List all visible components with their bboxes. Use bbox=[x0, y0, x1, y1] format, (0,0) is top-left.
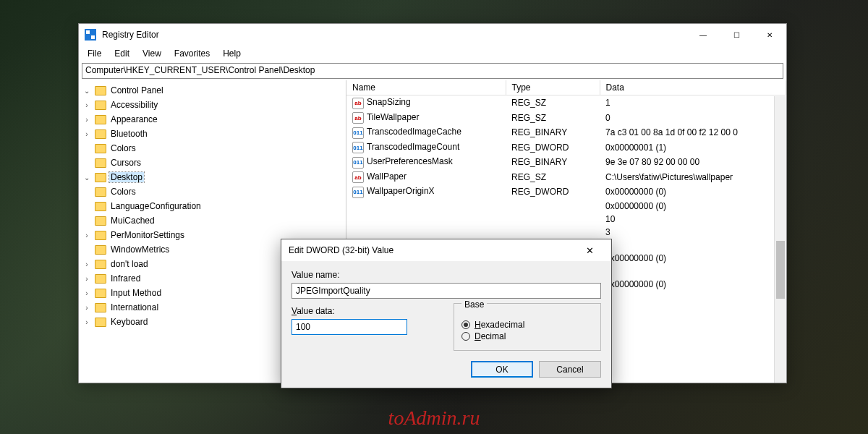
folder-icon bbox=[95, 129, 106, 139]
tree-node[interactable]: Colors bbox=[109, 187, 137, 197]
expand-icon[interactable]: ⌄ bbox=[82, 87, 92, 95]
binary-icon: 011 bbox=[352, 127, 364, 139]
dialog-close-button[interactable]: ✕ bbox=[575, 239, 604, 261]
minimize-button[interactable]: — bbox=[686, 24, 720, 46]
tree-node[interactable]: don't load bbox=[109, 259, 150, 269]
binary-icon: 011 bbox=[352, 157, 364, 169]
tree-node[interactable]: International bbox=[109, 302, 160, 312]
binary-icon: 011 bbox=[352, 187, 364, 198]
tree-node[interactable]: Desktop bbox=[109, 172, 144, 182]
table-row[interactable]: abTileWallpaperREG_SZ0 bbox=[346, 111, 786, 126]
menu-favorites[interactable]: Favorites bbox=[169, 47, 216, 60]
string-icon: ab bbox=[352, 112, 364, 124]
tree-node[interactable]: Accessibility bbox=[109, 100, 159, 110]
folder-icon bbox=[95, 303, 106, 312]
expand-icon[interactable]: › bbox=[82, 260, 92, 268]
value-name-label: Value name: bbox=[292, 270, 601, 280]
col-type[interactable]: Type bbox=[506, 80, 600, 95]
tree-node[interactable]: Input Method bbox=[109, 288, 163, 298]
folder-icon bbox=[95, 86, 106, 95]
table-row[interactable]: 3 bbox=[346, 226, 786, 239]
tree-node[interactable]: LanguageConfiguration bbox=[109, 201, 203, 211]
close-button[interactable]: ✕ bbox=[753, 24, 786, 46]
tree-node[interactable]: Control Panel bbox=[109, 85, 165, 95]
dialog-titlebar[interactable]: Edit DWORD (32-bit) Value ✕ bbox=[281, 239, 611, 261]
col-name[interactable]: Name bbox=[346, 80, 506, 95]
folder-icon bbox=[95, 187, 106, 197]
menu-help[interactable]: Help bbox=[217, 47, 247, 60]
titlebar[interactable]: Registry Editor — ☐ ✕ bbox=[79, 24, 786, 46]
folder-icon bbox=[95, 101, 106, 110]
expand-icon[interactable]: › bbox=[82, 304, 92, 312]
string-icon: ab bbox=[352, 98, 364, 109]
watermark: toAdmin.ru bbox=[388, 407, 480, 430]
tree-node[interactable]: Appearance bbox=[109, 114, 159, 124]
folder-icon bbox=[95, 260, 106, 269]
radio-icon bbox=[461, 320, 470, 329]
value-data-label: Value data: bbox=[292, 306, 439, 316]
folder-icon bbox=[95, 158, 106, 168]
menu-file[interactable]: File bbox=[82, 47, 107, 60]
binary-icon: 011 bbox=[352, 142, 364, 153]
ok-button[interactable]: OK bbox=[471, 361, 533, 378]
table-row[interactable]: abWallPaperREG_SZC:\Users\fatiw\Pictures… bbox=[346, 170, 786, 185]
radio-icon bbox=[461, 332, 470, 341]
radio-decimal[interactable]: Decimal bbox=[461, 331, 593, 341]
menu-bar: File Edit View Favorites Help bbox=[79, 46, 786, 61]
value-data-field[interactable] bbox=[292, 319, 407, 335]
tree-node[interactable]: Cursors bbox=[109, 158, 142, 168]
folder-icon bbox=[95, 216, 106, 226]
expand-icon[interactable]: › bbox=[82, 116, 92, 124]
tree-node[interactable]: Bluetooth bbox=[109, 129, 149, 139]
regedit-icon bbox=[85, 29, 96, 41]
tree-node[interactable]: MuiCached bbox=[109, 216, 156, 226]
radio-hexadecimal[interactable]: Hexadecimal bbox=[461, 320, 593, 330]
expand-icon[interactable]: › bbox=[82, 130, 92, 138]
folder-icon bbox=[95, 144, 106, 153]
table-row[interactable]: 011TranscodedImageCountREG_DWORD0x000000… bbox=[346, 140, 786, 156]
scrollbar-thumb[interactable] bbox=[776, 241, 785, 299]
folder-icon bbox=[95, 202, 106, 211]
folder-icon bbox=[95, 115, 106, 124]
table-row[interactable]: 011UserPreferencesMaskREG_BINARY9e 3e 07… bbox=[346, 155, 786, 170]
table-row[interactable]: 011TranscodedImageCacheREG_BINARY7a c3 0… bbox=[346, 125, 786, 140]
folder-icon bbox=[95, 173, 106, 182]
folder-icon bbox=[95, 289, 106, 298]
tree-node[interactable]: Keyboard bbox=[109, 317, 149, 327]
tree-node[interactable]: Infrared bbox=[109, 273, 142, 284]
tree-node[interactable]: Colors bbox=[109, 143, 137, 153]
expand-icon[interactable]: › bbox=[82, 101, 92, 109]
address-bar[interactable]: Computer\HKEY_CURRENT_USER\Control Panel… bbox=[82, 63, 783, 79]
menu-edit[interactable]: Edit bbox=[109, 47, 135, 60]
edit-dword-dialog: Edit DWORD (32-bit) Value ✕ Value name: … bbox=[281, 239, 612, 388]
table-row[interactable]: 011WallpaperOriginXREG_DWORD0x00000000 (… bbox=[346, 184, 786, 200]
menu-view[interactable]: View bbox=[137, 47, 167, 60]
expand-icon[interactable]: › bbox=[82, 231, 92, 239]
folder-icon bbox=[95, 274, 106, 284]
tree-node[interactable]: WindowMetrics bbox=[109, 244, 171, 255]
expand-icon[interactable]: › bbox=[82, 318, 92, 326]
base-label: Base bbox=[461, 299, 487, 310]
expand-icon[interactable]: ⌄ bbox=[82, 174, 92, 182]
folder-icon bbox=[95, 245, 106, 255]
expand-icon[interactable]: › bbox=[82, 289, 92, 297]
folder-icon bbox=[95, 231, 106, 240]
tree-node[interactable]: PerMonitorSettings bbox=[109, 230, 186, 240]
col-data[interactable]: Data bbox=[600, 80, 786, 95]
maximize-button[interactable]: ☐ bbox=[720, 24, 753, 46]
cancel-button[interactable]: Cancel bbox=[539, 361, 601, 378]
dialog-title: Edit DWORD (32-bit) Value bbox=[289, 245, 393, 255]
folder-icon bbox=[95, 318, 106, 327]
table-row[interactable]: 0x00000000 (0) bbox=[346, 200, 786, 213]
value-name-field[interactable] bbox=[292, 283, 601, 299]
table-row[interactable]: 10 bbox=[346, 213, 786, 226]
vertical-scrollbar[interactable] bbox=[774, 96, 786, 383]
expand-icon[interactable]: › bbox=[82, 275, 92, 283]
base-group: Base Hexadecimal Decimal bbox=[454, 303, 601, 351]
string-icon: ab bbox=[352, 171, 364, 183]
window-title: Registry Editor bbox=[102, 30, 159, 40]
table-row[interactable]: abSnapSizingREG_SZ1 bbox=[346, 95, 786, 111]
